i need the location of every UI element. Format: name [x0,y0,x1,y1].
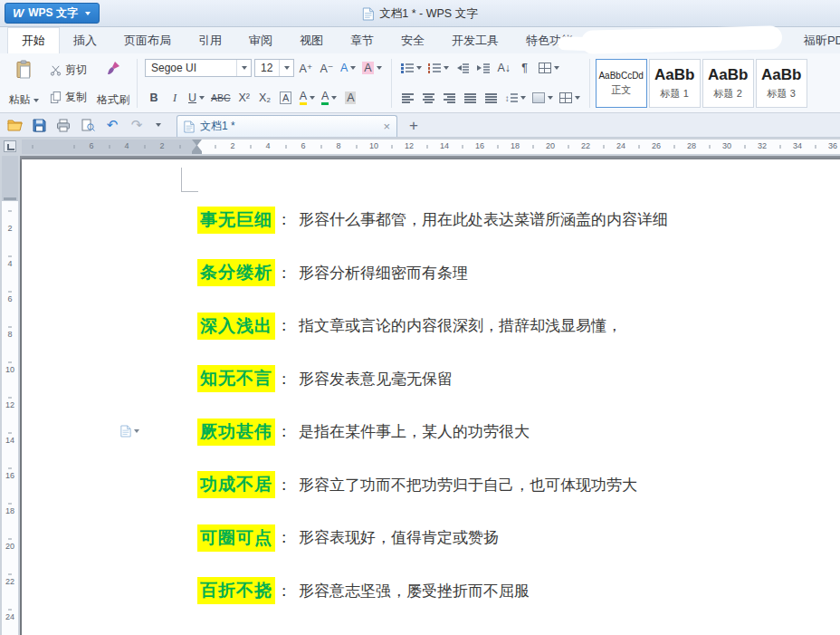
copy-icon [50,91,62,103]
document-page[interactable]: 事无巨细 ： 形容什么事都管，用在此处表达菜谱所涵盖的内容详细 条分缕析 ： 形… [22,159,840,635]
new-tab-button[interactable]: + [409,118,418,133]
open-file-button[interactable] [6,117,23,133]
ribbon-tab[interactable]: 页面布局 [110,27,185,53]
top-margin-marker[interactable] [4,197,16,200]
ribbon-tab[interactable]: 视图 [286,27,337,53]
font-family-dropdown[interactable] [236,60,251,76]
font-family-select[interactable]: Segoe UI [145,59,252,77]
table-grid-icon [539,63,551,73]
ribbon-tab[interactable]: 福昕PD [790,27,840,53]
tab-stop-selector[interactable] [4,140,16,152]
highlighted-term[interactable]: 知无不言 [197,365,275,392]
paste-button[interactable]: 粘贴 [5,56,42,111]
show-marks-button[interactable]: ¶ [516,59,534,77]
superscript-icon: X² [238,91,250,104]
chevron-down-icon [377,66,382,70]
distribute-button[interactable] [482,89,501,107]
definition-text[interactable]: 形容立了功而不把功劳归于自己，也可体现功劳大 [299,475,637,495]
clear-format-button[interactable]: A [360,59,383,77]
underline-button[interactable]: U [186,89,206,107]
shading-button[interactable] [530,89,555,107]
close-tab-icon[interactable]: × [383,120,390,133]
ribbon-tab[interactable]: 引用 [185,27,235,53]
toolbar-options-chevron-icon[interactable] [156,123,161,127]
highlighted-term[interactable]: 可圈可点 [197,524,275,552]
definition-text[interactable]: 形容分析得细密而有条理 [299,263,468,284]
print-preview-button[interactable] [80,117,96,133]
ribbon-tab[interactable]: 插入 [60,27,110,53]
definition-text[interactable]: 是指在某件事上，某人的功劳很大 [299,421,530,442]
style-preset[interactable]: AaBb 标题 1 [649,59,701,108]
save-icon [33,119,46,132]
undo-button[interactable]: ↶ [104,117,120,133]
ribbon-tab[interactable]: 章节 [337,27,387,53]
definition-text[interactable]: 形容什么事都管，用在此处表达菜谱所涵盖的内容详细 [299,209,668,230]
character-border-button[interactable]: A [277,89,295,107]
save-button[interactable] [31,117,47,133]
ruler-number: 22 [581,141,590,150]
highlight-color-button[interactable]: A [298,89,317,107]
highlighted-term[interactable]: 深入浅出 [197,313,275,340]
strikethrough-icon: ABC [211,92,231,103]
ribbon-tab[interactable]: 开发工具 [438,27,512,53]
highlighted-term[interactable]: 事无巨细 [197,207,275,234]
align-center-button[interactable] [420,89,438,107]
chevron-down-icon [134,429,139,433]
cut-button[interactable]: 剪切 [47,62,90,79]
highlighted-term[interactable]: 功成不居 [197,471,275,498]
numbered-list-button[interactable] [426,59,451,77]
undo-icon: ↶ [107,117,119,133]
definition-text[interactable]: 形容意志坚强，屡受挫折而不屈服 [299,581,530,601]
strikethrough-button[interactable]: ABC [209,89,233,107]
definition-text[interactable]: 形容发表意见毫无保留 [299,369,453,390]
style-preset[interactable]: AaBb 标题 3 [756,59,807,108]
italic-button[interactable]: I [166,89,184,107]
character-border-icon: A [280,91,291,104]
grow-font-button[interactable]: A⁺ [297,59,315,77]
highlighted-term[interactable]: 厥功甚伟 [197,419,275,446]
copy-button[interactable]: 复制 [47,89,90,106]
character-shading-button[interactable]: A [341,89,359,107]
superscript-button[interactable]: X² [235,89,253,107]
justify-button[interactable] [462,89,480,107]
document-tab[interactable]: 文档1 * × [177,115,397,137]
format-painter-button[interactable]: 格式刷 [95,56,131,111]
font-size-select[interactable]: 12 [254,59,294,77]
font-family-value: Segoe UI [151,62,196,74]
left-indent-marker[interactable] [192,151,202,154]
phonetic-guide-button[interactable]: A [339,59,358,77]
wps-menu-button[interactable]: W WPS 文字 [5,3,100,24]
pilcrow-icon: ¶ [521,62,528,74]
style-preset[interactable]: AaBbCcDd 正文 [596,59,647,108]
shading-icon [532,92,545,103]
align-right-button[interactable] [441,89,459,107]
font-color-button[interactable]: A [320,89,339,107]
ruler-number: 32 [758,141,767,150]
ruler-number: 2 [159,141,164,150]
font-size-dropdown[interactable] [279,60,293,76]
bold-button[interactable]: B [145,89,163,107]
line-spacing-button[interactable]: ↕ [503,89,528,107]
ruler-number: 2 [7,224,12,233]
sort-button[interactable]: A↓ [495,59,513,77]
highlighted-term[interactable]: 条分缕析 [197,259,275,286]
subscript-button[interactable]: X₂ [256,89,274,107]
bullet-list-button[interactable] [399,59,424,77]
paste-options-button[interactable] [120,425,139,438]
decrease-indent-button[interactable] [453,59,472,77]
highlighted-term[interactable]: 百折不挠 [197,577,275,604]
redo-button[interactable]: ↷ [129,117,145,133]
definition-text[interactable]: 指文章或言论的内容很深刻，措辞却浅显易懂， [299,315,622,336]
increase-indent-button[interactable] [474,59,492,77]
print-button[interactable] [55,117,72,133]
ribbon-tab[interactable]: 安全 [387,27,438,53]
align-left-button[interactable] [399,89,417,107]
table-tools-button[interactable] [537,59,561,77]
ribbon-tab[interactable]: 开始 [7,27,60,53]
shrink-font-button[interactable]: A⁻ [318,59,336,77]
style-preset[interactable]: AaBb 标题 2 [702,59,754,108]
ribbon-tab-bar: 开始插入页面布局引用审阅视图章节安全开发工具特色功能福昕PD [0,27,840,53]
borders-button[interactable] [558,89,582,107]
definition-text[interactable]: 形容表现好，值得肯定或赞扬 [299,527,499,548]
ribbon-tab[interactable]: 审阅 [235,27,286,53]
